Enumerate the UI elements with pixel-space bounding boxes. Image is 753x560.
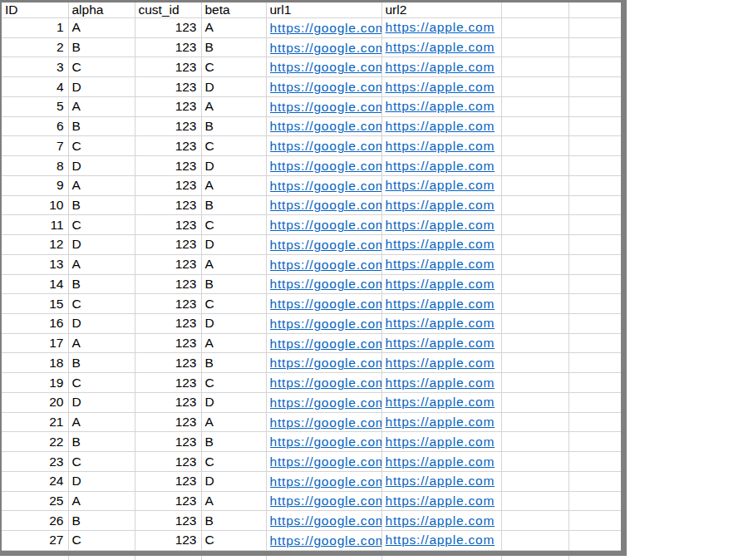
cell-id[interactable]: 15 [2,294,68,314]
cell-empty-2[interactable] [568,333,621,353]
cell-empty-1[interactable] [501,57,568,77]
cell-empty-2[interactable] [568,511,621,531]
cell-empty-1[interactable] [501,531,568,551]
url1-link[interactable]: https://google.com [270,139,381,154]
cell-beta[interactable]: A [201,18,266,38]
url1-link[interactable]: https://google.com [270,41,381,56]
cell-beta[interactable]: B [201,195,266,215]
cell-beta[interactable]: B [201,274,266,294]
cell-cust-id[interactable]: 123 [135,195,201,215]
cell-empty-2[interactable] [568,57,621,77]
cell-beta[interactable]: B [201,37,266,57]
cell-url1[interactable]: https://google.com [266,333,381,353]
cell-url1[interactable]: https://google.com [266,531,381,551]
cell-id[interactable]: 16 [2,314,68,334]
cell-cust-id[interactable]: 123 [135,274,201,294]
cell-url1[interactable]: https://google.com [266,254,381,274]
url2-link[interactable]: https://apple.com [386,316,495,330]
cell-url1[interactable]: https://google.com [266,96,381,116]
cell-empty-1[interactable] [501,412,568,432]
cell-empty-1[interactable] [501,77,568,97]
cell-id[interactable]: 24 [2,471,68,491]
cell-id[interactable]: 23 [2,452,68,472]
cell-url2[interactable]: https://apple.com [381,471,501,491]
column-header-alpha[interactable]: alpha [68,2,135,18]
cell-alpha[interactable]: B [68,432,135,452]
url2-link[interactable]: https://apple.com [386,218,495,232]
cell-beta[interactable]: B [201,353,266,373]
cell-alpha[interactable]: C [68,294,135,314]
cell-alpha[interactable]: A [68,254,135,274]
url1-link[interactable]: https://google.com [270,336,381,351]
cell-cust-id[interactable]: 123 [135,452,201,472]
cell-empty-1[interactable] [501,491,568,511]
cell-empty-1[interactable] [501,215,568,235]
cell-url1[interactable]: https://google.com [266,373,381,393]
column-header-empty-1[interactable] [501,2,568,18]
cell-url2[interactable]: https://apple.com [381,333,501,353]
cell-empty-1[interactable] [501,432,568,452]
column-header-url2[interactable]: url2 [381,2,501,18]
cell-url1[interactable]: https://google.com [266,18,381,38]
cell-empty-2[interactable] [568,235,621,255]
cell-url2[interactable]: https://apple.com [381,294,501,314]
cell-alpha[interactable]: C [68,452,135,472]
url1-link[interactable]: https://google.com [270,297,381,312]
cell-url2[interactable]: https://apple.com [381,195,501,215]
cell-cust-id[interactable]: 123 [135,491,201,511]
cell-empty-2[interactable] [568,77,621,97]
cell-empty-1[interactable] [501,471,568,491]
cell-empty-1[interactable] [501,392,568,412]
cell-url1[interactable]: https://google.com [266,511,381,531]
cell-url1[interactable]: https://google.com [266,412,381,432]
cell-cust-id[interactable]: 123 [135,392,201,412]
cell-url1[interactable]: https://google.com [266,471,381,491]
cell-url2[interactable]: https://apple.com [381,511,501,531]
cell-id[interactable]: 9 [2,175,68,195]
cell-alpha[interactable]: B [68,353,135,373]
cell-alpha[interactable]: D [68,156,135,176]
cell-alpha[interactable]: B [68,511,135,531]
cell-beta[interactable]: A [201,254,266,274]
cell-empty-1[interactable] [501,18,568,38]
cell-id[interactable]: 3 [2,57,68,77]
cell-id[interactable]: 19 [2,373,68,393]
url2-link[interactable]: https://apple.com [386,80,495,94]
cell-url1[interactable]: https://google.com [266,175,381,195]
cell-url2[interactable]: https://apple.com [381,215,501,235]
cell-empty-1[interactable] [501,96,568,116]
cell-cust-id[interactable]: 123 [135,412,201,432]
url1-link[interactable]: https://google.com [270,21,381,36]
cell-cust-id[interactable]: 123 [135,77,201,97]
cell-empty-1[interactable] [501,195,568,215]
url1-link[interactable]: https://google.com [270,80,381,95]
cell-cust-id[interactable]: 123 [135,511,201,531]
cell-url2[interactable]: https://apple.com [381,77,501,97]
cell-url1[interactable]: https://google.com [266,235,381,255]
cell-empty-2[interactable] [568,471,621,491]
cell-empty-2[interactable] [568,37,621,57]
cell-alpha[interactable]: B [68,116,135,136]
cell-alpha[interactable]: B [68,37,135,57]
cell-empty-2[interactable] [568,491,621,511]
cell-url1[interactable]: https://google.com [266,452,381,472]
url2-link[interactable]: https://apple.com [386,159,495,173]
cell-empty-2[interactable] [568,452,621,472]
url1-link[interactable]: https://google.com [270,60,381,75]
cell-empty-2[interactable] [568,156,621,176]
url2-link[interactable]: https://apple.com [386,178,495,192]
cell-empty-1[interactable] [501,294,568,314]
url2-link[interactable]: https://apple.com [386,494,495,508]
cell-beta[interactable]: C [201,531,266,551]
url2-link[interactable]: https://apple.com [386,60,495,74]
url1-link[interactable]: https://google.com [270,474,381,489]
cell-cust-id[interactable]: 123 [135,156,201,176]
cell-url2[interactable]: https://apple.com [381,18,501,38]
column-header-beta[interactable]: beta [201,2,266,18]
url2-link[interactable]: https://apple.com [386,99,495,113]
cell-url2[interactable]: https://apple.com [381,57,501,77]
cell-empty-2[interactable] [568,195,621,215]
cell-empty-2[interactable] [568,314,621,334]
cell-cust-id[interactable]: 123 [135,235,201,255]
cell-id[interactable]: 7 [2,136,68,156]
